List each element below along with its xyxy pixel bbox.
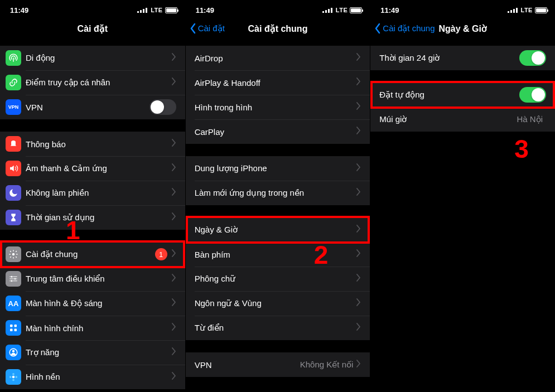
pane-general: 11:49 LTE Cài đặt Cài đặt chung AirDropA… <box>185 0 370 392</box>
svg-point-14 <box>9 376 12 378</box>
row-datetime[interactable]: Ngày & Giờ <box>186 217 370 242</box>
row-label: Đặt tự động <box>379 90 519 100</box>
network-label: LTE <box>336 7 348 13</box>
status-time: 11:49 <box>8 6 28 14</box>
svg-point-10 <box>12 350 15 353</box>
svg-point-3 <box>15 278 16 280</box>
status-bar: 11:49 LTE <box>370 0 555 17</box>
row-carplay[interactable]: CarPlay <box>186 119 370 144</box>
chevron-right-icon <box>172 212 176 222</box>
row-label: Ngôn ngữ & Vùng <box>195 298 357 308</box>
row-auto[interactable]: Đặt tự động <box>370 83 555 107</box>
row-label: Hình trong hình <box>195 103 357 112</box>
row-wallpaper[interactable]: Hình nền <box>0 365 185 389</box>
row-label: Ngày & Giờ <box>195 225 357 235</box>
row-bgrefresh[interactable]: Làm mới ứng dụng trong nền <box>186 181 370 205</box>
toggle-vpn[interactable] <box>149 99 176 115</box>
signal-icon <box>137 8 147 13</box>
row-control[interactable]: Trung tâm điều khiển <box>0 267 185 291</box>
chevron-right-icon <box>172 139 176 149</box>
row-language[interactable]: Ngôn ngữ & Vùng <box>186 291 370 316</box>
row-tz[interactable]: Múi giờHà Nội <box>370 107 555 132</box>
row-accessibility[interactable]: Trợ năng <box>0 340 185 365</box>
bell-icon <box>6 136 21 152</box>
signal-icon <box>508 8 518 13</box>
row-airdrop[interactable]: AirDrop <box>186 46 370 70</box>
settings-section: Ngày & GiờBàn phímPhông chữNgôn ngữ & Vù… <box>186 217 370 340</box>
network-label: LTE <box>521 7 533 13</box>
flower-icon <box>6 369 21 385</box>
svg-point-11 <box>12 376 15 379</box>
row-label: Thông báo <box>26 139 172 149</box>
row-label: VPN <box>195 360 300 370</box>
row-label: AirDrop <box>195 54 357 63</box>
row-label: Màn hình & Độ sáng <box>26 298 172 308</box>
svg-rect-8 <box>15 329 17 332</box>
back-button[interactable]: Cài đặt <box>189 23 225 34</box>
page-title: Cài đặt chung <box>248 23 308 34</box>
back-button[interactable]: Cài đặt chung <box>374 23 435 34</box>
row-value: Hà Nội <box>517 114 543 124</box>
svg-rect-6 <box>15 325 17 327</box>
settings-section: VPNKhông Kết nối <box>186 352 370 377</box>
chevron-right-icon <box>356 102 361 112</box>
chevron-right-icon <box>172 53 176 63</box>
settings-section: Thông báoÂm thanh & Cảm ứngKhông làm phi… <box>0 132 185 230</box>
toggle-auto[interactable] <box>519 87 546 103</box>
row-label: Không làm phiền <box>26 188 172 198</box>
row-label: Âm thanh & Cảm ứng <box>26 163 172 173</box>
navbar: Cài đặt chung Ngày & Giờ <box>370 17 555 40</box>
row-keyboard[interactable]: Bàn phím <box>186 242 370 267</box>
row-vpn[interactable]: VPNVPN <box>0 95 185 119</box>
battery-icon <box>535 7 547 13</box>
row-hotspot[interactable]: Điểm truy cập cá nhân <box>0 70 185 95</box>
status-time: 11:49 <box>378 6 399 14</box>
row-notifications[interactable]: Thông báo <box>0 132 185 156</box>
row-label: Làm mới ứng dụng trong nền <box>195 188 357 198</box>
network-label: LTE <box>151 7 162 13</box>
battery-icon <box>165 7 177 13</box>
moon-icon <box>6 185 21 201</box>
badge: 1 <box>155 248 167 260</box>
row-display[interactable]: AAMàn hình & Độ sáng <box>0 291 185 316</box>
aa-icon: AA <box>6 296 21 311</box>
row-label: Từ điển <box>195 323 357 333</box>
row-storage[interactable]: Dung lượng iPhone <box>186 156 370 181</box>
settings-list: Di độngĐiểm truy cập cá nhânVPNVPNThông … <box>0 46 185 389</box>
chevron-right-icon <box>356 163 361 173</box>
chevron-right-icon <box>172 274 176 284</box>
row-fonts[interactable]: Phông chữ <box>186 267 370 291</box>
row-dnd[interactable]: Không làm phiền <box>0 181 185 205</box>
settings-section: Cài đặt chung1Trung tâm điều khiểnAAMàn … <box>0 242 185 389</box>
status-right: LTE <box>508 7 547 13</box>
svg-rect-5 <box>10 325 13 327</box>
pane-datetime: 11:49 LTE Cài đặt chung Ngày & Giờ Thời … <box>370 0 555 392</box>
row-screentime[interactable]: Thời gian sử dụng <box>0 205 185 230</box>
row-label: Trợ năng <box>26 347 172 357</box>
antenna-icon <box>6 50 21 66</box>
toggle-24h[interactable] <box>519 50 546 66</box>
row-cellular[interactable]: Di động <box>0 46 185 70</box>
hourglass-icon <box>6 210 21 225</box>
chevron-right-icon <box>356 360 361 370</box>
row-label: VPN <box>26 103 149 112</box>
row-label: CarPlay <box>195 127 357 137</box>
settings-section: Thời gian 24 giờ <box>370 46 555 70</box>
row-home[interactable]: Màn hình chính <box>0 316 185 340</box>
row-label: Trung tâm điều khiển <box>26 274 172 284</box>
row-general[interactable]: Cài đặt chung1 <box>0 242 185 267</box>
row-label: Cài đặt chung <box>26 249 155 259</box>
row-dict[interactable]: Từ điển <box>186 316 370 340</box>
row-24h[interactable]: Thời gian 24 giờ <box>370 46 555 70</box>
row-label: Dung lượng iPhone <box>195 163 357 173</box>
chevron-right-icon <box>356 78 361 88</box>
row-airplay[interactable]: AirPlay & Handoff <box>186 70 370 95</box>
svg-point-13 <box>12 379 15 381</box>
chevron-right-icon <box>172 323 176 333</box>
row-sounds[interactable]: Âm thanh & Cảm ứng <box>0 156 185 181</box>
row-pip[interactable]: Hình trong hình <box>186 95 370 119</box>
status-bar: 11:49 LTE <box>0 0 185 17</box>
gear-icon <box>6 246 21 262</box>
row-vpnrow[interactable]: VPNKhông Kết nối <box>186 352 370 377</box>
chevron-right-icon <box>172 249 176 259</box>
